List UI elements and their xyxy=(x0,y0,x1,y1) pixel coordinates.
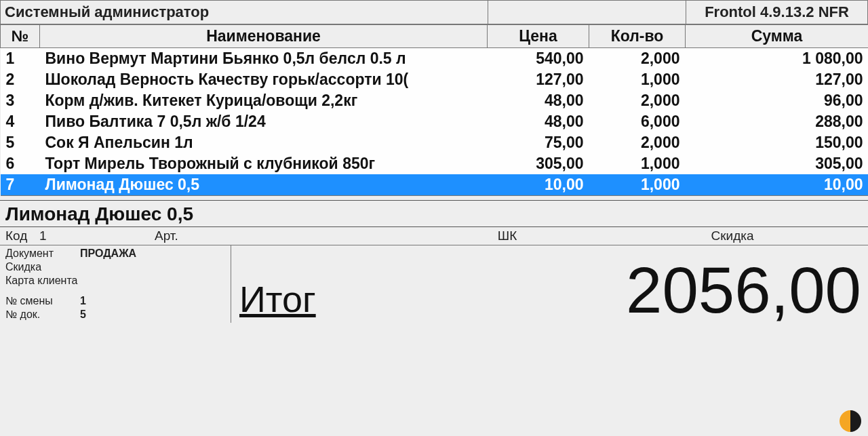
meta-document-value: ПРОДАЖА xyxy=(80,247,136,260)
detail-code-label: Код xyxy=(5,229,39,243)
cell-num: 4 xyxy=(1,111,40,132)
meta-shift-value: 1 xyxy=(80,295,86,307)
table-header-row: № Наименование Цена Кол-во Сумма xyxy=(1,25,869,48)
cell-name: Сок Я Апельсин 1л xyxy=(40,132,488,153)
cell-price: 48,00 xyxy=(488,90,589,111)
total-column: Итог 2056,00 xyxy=(231,245,868,323)
detail-item-title: Лимонад Дюшес 0,5 xyxy=(0,201,868,227)
col-header-qty[interactable]: Кол-во xyxy=(589,25,686,48)
cell-sum: 10,00 xyxy=(686,174,869,196)
cell-price: 127,00 xyxy=(488,69,589,90)
meta-column: Документ ПРОДАЖА Скидка Карта клиента № … xyxy=(0,245,231,323)
cell-num: 1 xyxy=(1,48,40,70)
meta-docnum-value: 5 xyxy=(80,309,86,321)
meta-shift-label: № смены xyxy=(5,295,80,307)
cell-qty: 1,000 xyxy=(589,69,686,90)
top-bar: Системный администратор Frontol 4.9.13.2… xyxy=(0,0,868,24)
total-label: Итог xyxy=(239,278,316,320)
cell-name: Лимонад Дюшес 0,5 xyxy=(40,174,488,196)
cell-qty: 2,000 xyxy=(589,132,686,153)
table-row[interactable]: 1Вино Вермут Мартини Бьянко 0,5л белсл 0… xyxy=(1,48,869,70)
col-header-price[interactable]: Цена xyxy=(488,25,589,48)
cell-name: Шоколад Верность Качеству горьк/ассорти … xyxy=(40,69,488,90)
table-row[interactable]: 5Сок Я Апельсин 1л75,002,000150,00 xyxy=(1,132,869,153)
cell-sum: 1 080,00 xyxy=(686,48,869,70)
cell-sum: 150,00 xyxy=(686,132,869,153)
meta-card-row: Карта клиента xyxy=(5,274,225,288)
cell-sum: 305,00 xyxy=(686,153,869,174)
meta-docnum-label: № док. xyxy=(5,309,80,321)
cell-price: 305,00 xyxy=(488,153,589,174)
detail-discount-label: Скидка xyxy=(602,229,863,243)
cell-name: Пиво Балтика 7 0,5л ж/б 1/24 xyxy=(40,111,488,132)
cell-price: 10,00 xyxy=(488,174,589,196)
cell-num: 2 xyxy=(1,69,40,90)
cell-qty: 1,000 xyxy=(589,153,686,174)
col-header-sum[interactable]: Сумма xyxy=(686,25,869,48)
bottom-area: Документ ПРОДАЖА Скидка Карта клиента № … xyxy=(0,245,868,323)
detail-barcode-label: ШК xyxy=(412,229,602,243)
cell-num: 7 xyxy=(1,174,40,196)
total-value: 2056,00 xyxy=(626,258,861,323)
detail-attributes-row: Код 1 Арт. ШК Скидка xyxy=(0,227,868,245)
detail-section: Лимонад Дюшес 0,5 Код 1 Арт. ШК Скидка Д… xyxy=(0,200,868,323)
meta-shift-row: № смены 1 xyxy=(5,294,225,308)
user-role: Системный администратор xyxy=(1,1,488,24)
col-header-name[interactable]: Наименование xyxy=(40,25,488,48)
cell-name: Торт Мирель Творожный с клубникой 850г xyxy=(40,153,488,174)
meta-discount-row: Скидка xyxy=(5,260,225,274)
cell-num: 5 xyxy=(1,132,40,153)
top-bar-spacer xyxy=(488,1,686,24)
cell-sum: 96,00 xyxy=(686,90,869,111)
cell-name: Корм д/жив. Китекет Курица/овощи 2,2кг xyxy=(40,90,488,111)
meta-document-label: Документ xyxy=(5,247,80,260)
table-row[interactable]: 3Корм д/жив. Китекет Курица/овощи 2,2кг4… xyxy=(1,90,869,111)
table-row[interactable]: 4Пиво Балтика 7 0,5л ж/б 1/2448,006,0002… xyxy=(1,111,869,132)
meta-card-label: Карта клиента xyxy=(5,275,78,287)
cell-price: 540,00 xyxy=(488,48,589,70)
brand-logo-icon xyxy=(838,409,863,433)
cell-qty: 6,000 xyxy=(589,111,686,132)
cell-num: 3 xyxy=(1,90,40,111)
meta-discount-label: Скидка xyxy=(5,261,80,273)
app-version: Frontol 4.9.13.2 NFR xyxy=(686,1,867,24)
cell-qty: 2,000 xyxy=(589,48,686,70)
table-row[interactable]: 2Шоколад Верность Качеству горьк/ассорти… xyxy=(1,69,869,90)
cell-sum: 127,00 xyxy=(686,69,869,90)
table-row[interactable]: 7Лимонад Дюшес 0,510,001,00010,00 xyxy=(1,174,869,196)
meta-document-row: Документ ПРОДАЖА xyxy=(5,247,225,260)
col-header-num[interactable]: № xyxy=(1,25,40,48)
meta-docnum-row: № док. 5 xyxy=(5,308,225,321)
cell-sum: 288,00 xyxy=(686,111,869,132)
cell-qty: 2,000 xyxy=(589,90,686,111)
items-table: № Наименование Цена Кол-во Сумма 1Вино В… xyxy=(0,24,868,200)
cell-name: Вино Вермут Мартини Бьянко 0,5л белсл 0.… xyxy=(40,48,488,70)
table-row[interactable]: 6Торт Мирель Творожный с клубникой 850г3… xyxy=(1,153,869,174)
detail-code-value: 1 xyxy=(39,229,155,243)
cell-price: 48,00 xyxy=(488,111,589,132)
cell-price: 75,00 xyxy=(488,132,589,153)
cell-qty: 1,000 xyxy=(589,174,686,196)
detail-art-label: Арт. xyxy=(155,229,412,243)
cell-num: 6 xyxy=(1,153,40,174)
